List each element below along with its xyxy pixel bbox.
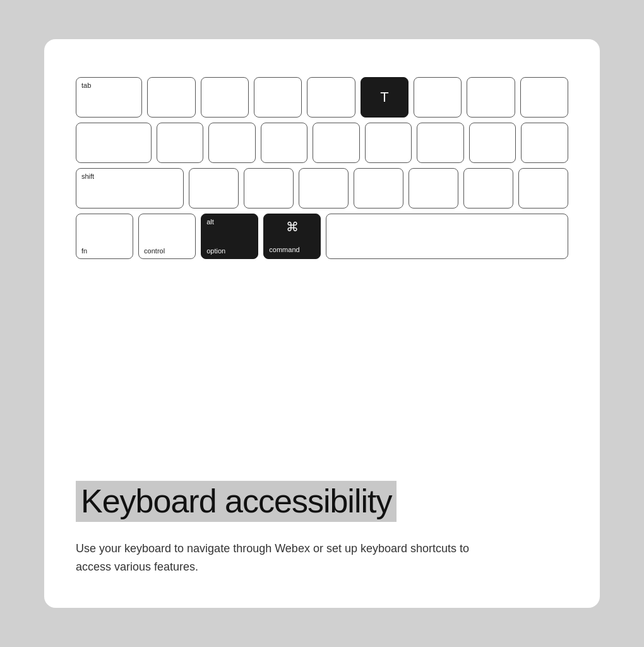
- keyboard: tab T: [76, 77, 568, 259]
- command-key[interactable]: ⌘ command: [263, 214, 321, 259]
- spacer: [69, 272, 575, 443]
- key-g[interactable]: [365, 123, 412, 163]
- key-row-1: tab T: [76, 77, 568, 118]
- card: tab T: [44, 39, 600, 608]
- key-i[interactable]: [520, 77, 568, 118]
- control-label: control: [144, 247, 165, 255]
- key-e[interactable]: [254, 77, 302, 118]
- key-v[interactable]: [354, 168, 403, 209]
- key-m[interactable]: [518, 168, 568, 209]
- key-row-3: shift: [76, 168, 568, 209]
- command-label: command: [269, 246, 299, 253]
- tab-key-label: tab: [81, 82, 91, 89]
- title-highlight: Keyboard accessibility: [76, 481, 397, 522]
- space-key[interactable]: [326, 214, 568, 259]
- alt-label: alt: [206, 218, 214, 226]
- key-u[interactable]: [467, 77, 515, 118]
- key-c[interactable]: [299, 168, 349, 209]
- key-a[interactable]: [157, 123, 204, 163]
- key-w[interactable]: [201, 77, 249, 118]
- control-key[interactable]: control: [138, 214, 196, 259]
- key-row-2: [76, 123, 568, 163]
- tab-key[interactable]: tab: [76, 77, 142, 118]
- key-b[interactable]: [408, 168, 458, 209]
- key-k[interactable]: [521, 123, 568, 163]
- bottom-content: Keyboard accessibility Use your keyboard…: [69, 481, 575, 576]
- caps-key[interactable]: [76, 123, 152, 163]
- shift-key-label: shift: [81, 172, 94, 180]
- key-y[interactable]: [414, 77, 462, 118]
- key-row-4: fn control alt option ⌘ command: [76, 214, 568, 259]
- shift-key[interactable]: shift: [76, 168, 184, 209]
- key-t[interactable]: T: [361, 77, 408, 118]
- page-description: Use your keyboard to navigate through We…: [76, 540, 505, 576]
- key-x[interactable]: [244, 168, 294, 209]
- key-j[interactable]: [469, 123, 516, 163]
- key-n[interactable]: [463, 168, 513, 209]
- key-s[interactable]: [208, 123, 256, 163]
- command-symbol: ⌘: [286, 219, 299, 234]
- fn-key[interactable]: fn: [76, 214, 133, 259]
- page-title: Keyboard accessibility: [81, 483, 391, 519]
- key-f[interactable]: [313, 123, 360, 163]
- key-t-label: T: [380, 89, 388, 106]
- option-label: option: [206, 247, 225, 255]
- key-q[interactable]: [147, 77, 195, 118]
- key-d[interactable]: [261, 123, 308, 163]
- keyboard-section: tab T: [69, 64, 575, 272]
- fn-label: fn: [81, 247, 87, 255]
- key-r[interactable]: [307, 77, 355, 118]
- key-h[interactable]: [417, 123, 464, 163]
- option-key[interactable]: alt option: [201, 214, 258, 259]
- key-z[interactable]: [189, 168, 239, 209]
